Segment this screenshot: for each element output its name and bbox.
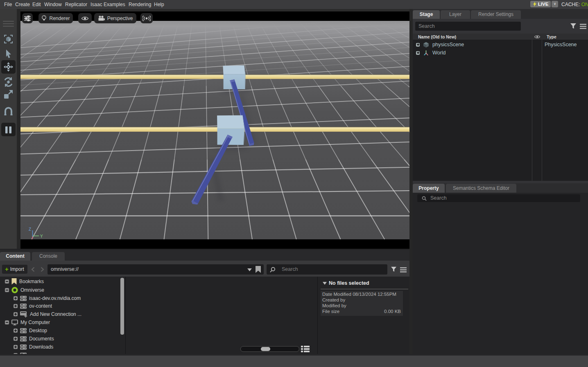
svg-text:Y: Y	[40, 234, 43, 239]
svg-text:Z: Z	[29, 227, 31, 232]
